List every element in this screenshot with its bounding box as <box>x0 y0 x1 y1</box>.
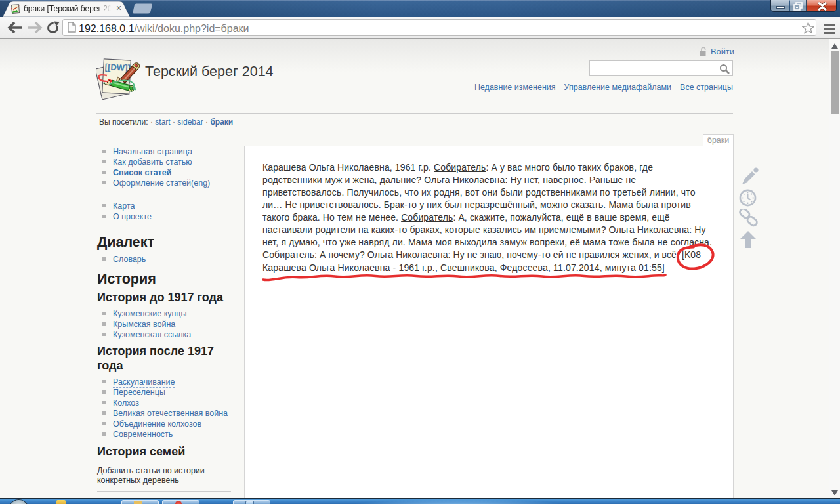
svg-text:[[DW]]: [[DW]] <box>104 62 131 73</box>
